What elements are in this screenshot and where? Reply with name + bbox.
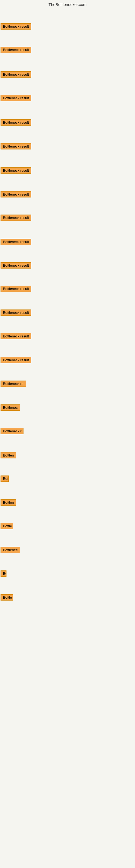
bottleneck-item-15[interactable]: Bottleneck result xyxy=(1,357,31,363)
bottleneck-item-17[interactable]: Bottlenec xyxy=(1,404,20,411)
bottleneck-label-9: Bottleneck result xyxy=(3,216,29,220)
bottleneck-label-13: Bottleneck result xyxy=(3,311,29,315)
bottleneck-label-2: Bottleneck result xyxy=(3,48,29,52)
site-header: TheBottlenecker.com xyxy=(0,0,135,8)
bottleneck-label-4: Bottleneck result xyxy=(3,96,29,100)
bottleneck-label-14: Bottleneck result xyxy=(3,334,29,338)
bottleneck-item-10[interactable]: Bottleneck result xyxy=(1,239,31,245)
bottleneck-label-17: Bottlenec xyxy=(3,405,17,410)
bottleneck-label-20: Bot xyxy=(3,476,8,480)
site-title: TheBottlenecker.com xyxy=(49,2,87,7)
bottleneck-item-1[interactable]: Bottleneck result xyxy=(1,23,31,30)
bottleneck-item-11[interactable]: Bottleneck result xyxy=(1,262,31,269)
bottleneck-item-6[interactable]: Bottleneck result xyxy=(1,143,31,150)
bottleneck-item-4[interactable]: Bottleneck result xyxy=(1,95,31,101)
bottleneck-item-14[interactable]: Bottleneck result xyxy=(1,333,31,339)
bottleneck-item-20[interactable]: Bot xyxy=(1,475,9,482)
bottleneck-item-2[interactable]: Bottleneck result xyxy=(1,46,31,53)
bottleneck-label-25: Bottle xyxy=(3,595,12,599)
bottleneck-item-25[interactable]: Bottle xyxy=(1,594,13,600)
bottleneck-label-8: Bottleneck result xyxy=(3,192,29,196)
bottleneck-item-9[interactable]: Bottleneck result xyxy=(1,215,31,221)
bottleneck-label-16: Bottleneck re xyxy=(3,382,24,386)
bottleneck-label-5: Bottleneck result xyxy=(3,120,29,124)
bottleneck-item-24[interactable]: Bo xyxy=(1,570,6,577)
bottleneck-item-13[interactable]: Bottleneck result xyxy=(1,310,31,316)
bottleneck-item-19[interactable]: Bottlen xyxy=(1,452,16,458)
bottleneck-label-12: Bottleneck result xyxy=(3,287,29,291)
bottleneck-item-8[interactable]: Bottleneck result xyxy=(1,191,31,197)
bottleneck-label-10: Bottleneck result xyxy=(3,240,29,244)
bottleneck-label-3: Bottleneck result xyxy=(3,72,29,76)
bottleneck-item-5[interactable]: Bottleneck result xyxy=(1,119,31,126)
bottleneck-item-12[interactable]: Bottleneck result xyxy=(1,286,31,292)
bottleneck-label-22: Bottle xyxy=(3,524,12,528)
bottleneck-item-21[interactable]: Bottlen xyxy=(1,499,16,506)
bottleneck-label-7: Bottleneck result xyxy=(3,168,29,173)
bottleneck-label-18: Bottleneck r xyxy=(3,429,21,433)
bottleneck-label-1: Bottleneck result xyxy=(3,24,29,29)
bottleneck-item-18[interactable]: Bottleneck r xyxy=(1,428,24,434)
bottleneck-item-16[interactable]: Bottleneck re xyxy=(1,380,26,387)
bottleneck-item-7[interactable]: Bottleneck result xyxy=(1,167,31,174)
bottleneck-item-23[interactable]: Bottlenec xyxy=(1,547,20,553)
bottleneck-item-22[interactable]: Bottle xyxy=(1,523,13,529)
bottleneck-label-6: Bottleneck result xyxy=(3,144,29,148)
bottleneck-label-24: Bo xyxy=(3,571,6,576)
page-wrapper: TheBottlenecker.com Bottleneck resultBot… xyxy=(0,0,135,868)
bottleneck-label-11: Bottleneck result xyxy=(3,264,29,268)
items-container: Bottleneck resultBottleneck resultBottle… xyxy=(0,8,135,868)
bottleneck-label-19: Bottlen xyxy=(3,453,14,457)
bottleneck-label-21: Bottlen xyxy=(3,500,14,504)
bottleneck-item-3[interactable]: Bottleneck result xyxy=(1,71,31,78)
bottleneck-label-15: Bottleneck result xyxy=(3,358,29,362)
bottleneck-label-23: Bottlenec xyxy=(3,548,17,552)
